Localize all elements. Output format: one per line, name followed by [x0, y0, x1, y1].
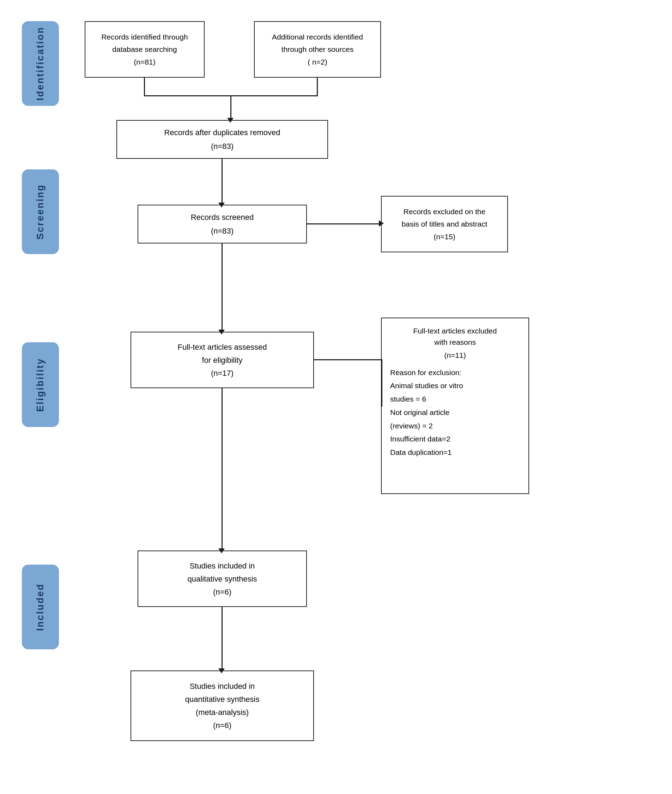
arrowhead-to-box6	[218, 330, 225, 335]
prisma-diagram: Identification Screening Eligibility Inc…	[0, 0, 672, 794]
arrow-box6-to-box8	[222, 388, 222, 551]
box-records-excluded: Records excluded on the basis of titles …	[381, 196, 508, 252]
phase-included: Included	[22, 565, 59, 649]
arrowhead-to-box8	[218, 548, 225, 553]
arrowhead-to-box3	[227, 118, 234, 123]
arrow-db-down	[144, 78, 145, 96]
arrow-box6-right	[314, 359, 382, 360]
box-qualitative-synthesis: Studies included in qualitative synthesi…	[138, 551, 307, 607]
arrow-box4-right	[307, 223, 382, 224]
box-records-db: Records identified through database sear…	[85, 21, 205, 78]
box-after-duplicates: Records after duplicates removed (n=83)	[117, 120, 328, 159]
arrowhead-to-box9	[218, 668, 225, 673]
box-full-text-excluded: Full-text articles excluded with reasons…	[381, 318, 529, 494]
phase-screening: Screening	[22, 170, 59, 254]
arrow-box6-vert	[381, 359, 382, 407]
arrow-other-down	[317, 78, 318, 96]
box-records-screened: Records screened (n=83)	[138, 205, 307, 243]
phase-eligibility: Eligibility	[22, 342, 59, 427]
box-full-text-assessed: Full-text articles assessed for eligibil…	[131, 332, 314, 388]
arrow-box6-right2	[381, 405, 382, 407]
arrow-box4-to-box6	[222, 243, 222, 333]
box-records-other: Additional records identified through ot…	[254, 21, 381, 78]
arrow-merge-to-box3	[230, 95, 231, 121]
arrow-box8-to-box9	[222, 607, 222, 671]
arrowhead-to-box4	[218, 203, 225, 208]
arrow-box3-down	[222, 159, 222, 205]
arrowhead-to-box5	[379, 220, 384, 227]
phase-identification: Identification	[22, 21, 59, 106]
box-quantitative-synthesis: Studies included in quantitative synthes…	[131, 671, 314, 741]
